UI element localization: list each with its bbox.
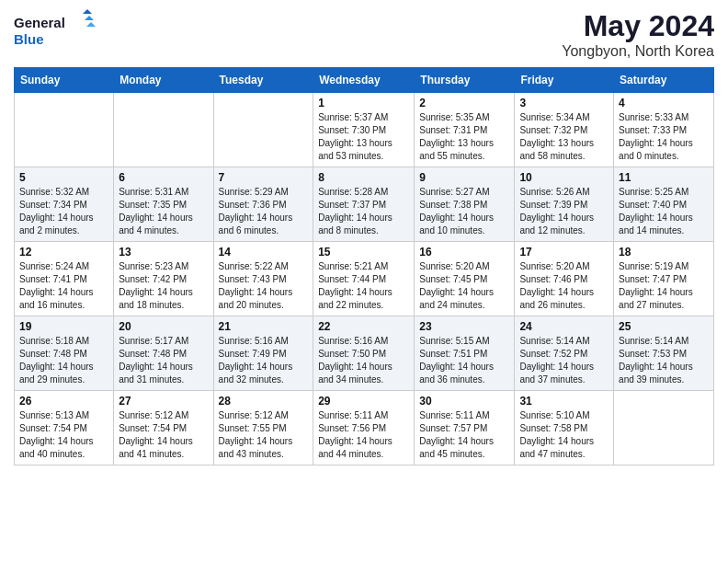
day-cell-4: 4Sunrise: 5:33 AM Sunset: 7:33 PM Daylig… xyxy=(614,93,714,167)
day-info: Sunrise: 5:32 AM Sunset: 7:34 PM Dayligh… xyxy=(19,186,108,237)
day-cell-28: 28Sunrise: 5:12 AM Sunset: 7:55 PM Dayli… xyxy=(213,391,313,465)
day-info: Sunrise: 5:28 AM Sunset: 7:37 PM Dayligh… xyxy=(318,186,409,237)
day-number: 8 xyxy=(318,171,409,184)
day-info: Sunrise: 5:20 AM Sunset: 7:45 PM Dayligh… xyxy=(419,260,509,312)
page-header: General Blue May 2024 Yongbyon, North Ko… xyxy=(14,9,714,60)
day-header-saturday: Saturday xyxy=(614,68,714,93)
day-info: Sunrise: 5:17 AM Sunset: 7:48 PM Dayligh… xyxy=(119,335,208,386)
day-info: Sunrise: 5:34 AM Sunset: 7:32 PM Dayligh… xyxy=(519,111,609,163)
day-info: Sunrise: 5:16 AM Sunset: 7:50 PM Dayligh… xyxy=(318,335,409,386)
day-cell-12: 12Sunrise: 5:24 AM Sunset: 7:41 PM Dayli… xyxy=(15,242,114,316)
day-header-monday: Monday xyxy=(114,68,213,93)
day-cell-14: 14Sunrise: 5:22 AM Sunset: 7:43 PM Dayli… xyxy=(213,242,313,316)
svg-marker-3 xyxy=(85,16,94,20)
day-cell-29: 29Sunrise: 5:11 AM Sunset: 7:56 PM Dayli… xyxy=(313,391,415,465)
day-info: Sunrise: 5:37 AM Sunset: 7:30 PM Dayligh… xyxy=(318,111,409,163)
day-cell-23: 23Sunrise: 5:15 AM Sunset: 7:51 PM Dayli… xyxy=(415,316,515,391)
week-row-3: 12Sunrise: 5:24 AM Sunset: 7:41 PM Dayli… xyxy=(15,242,714,316)
day-info: Sunrise: 5:14 AM Sunset: 7:52 PM Dayligh… xyxy=(519,335,609,386)
day-info: Sunrise: 5:12 AM Sunset: 7:54 PM Dayligh… xyxy=(119,409,208,461)
day-cell-11: 11Sunrise: 5:25 AM Sunset: 7:40 PM Dayli… xyxy=(614,167,714,242)
empty-cell xyxy=(15,93,114,167)
day-number: 28 xyxy=(219,395,309,408)
day-number: 6 xyxy=(119,171,208,184)
day-info: Sunrise: 5:13 AM Sunset: 7:54 PM Dayligh… xyxy=(19,409,108,461)
empty-cell xyxy=(614,391,714,465)
day-header-wednesday: Wednesday xyxy=(313,68,415,93)
day-number: 7 xyxy=(219,171,309,184)
logo-svg: General Blue xyxy=(14,9,97,53)
title-block: May 2024 Yongbyon, North Korea xyxy=(562,9,714,60)
logo: General Blue xyxy=(14,9,97,53)
empty-cell xyxy=(213,93,313,167)
day-number: 5 xyxy=(19,171,108,184)
day-number: 27 xyxy=(119,395,208,408)
day-cell-19: 19Sunrise: 5:18 AM Sunset: 7:48 PM Dayli… xyxy=(15,316,114,391)
day-info: Sunrise: 5:11 AM Sunset: 7:56 PM Dayligh… xyxy=(318,409,409,461)
day-number: 10 xyxy=(519,171,609,184)
svg-marker-4 xyxy=(86,22,96,27)
day-cell-16: 16Sunrise: 5:20 AM Sunset: 7:45 PM Dayli… xyxy=(415,242,515,316)
day-cell-30: 30Sunrise: 5:11 AM Sunset: 7:57 PM Dayli… xyxy=(415,391,515,465)
day-info: Sunrise: 5:35 AM Sunset: 7:31 PM Dayligh… xyxy=(419,111,509,163)
day-number: 22 xyxy=(318,320,409,333)
day-cell-1: 1Sunrise: 5:37 AM Sunset: 7:30 PM Daylig… xyxy=(313,93,415,167)
day-cell-8: 8Sunrise: 5:28 AM Sunset: 7:37 PM Daylig… xyxy=(313,167,415,242)
day-cell-10: 10Sunrise: 5:26 AM Sunset: 7:39 PM Dayli… xyxy=(515,167,614,242)
day-cell-21: 21Sunrise: 5:16 AM Sunset: 7:49 PM Dayli… xyxy=(213,316,313,391)
day-number: 4 xyxy=(619,97,709,109)
day-header-sunday: Sunday xyxy=(15,68,114,93)
day-number: 1 xyxy=(318,97,409,109)
day-cell-7: 7Sunrise: 5:29 AM Sunset: 7:36 PM Daylig… xyxy=(213,167,313,242)
day-info: Sunrise: 5:31 AM Sunset: 7:35 PM Dayligh… xyxy=(119,186,208,237)
day-cell-26: 26Sunrise: 5:13 AM Sunset: 7:54 PM Dayli… xyxy=(15,391,114,465)
day-number: 13 xyxy=(119,246,208,259)
day-info: Sunrise: 5:22 AM Sunset: 7:43 PM Dayligh… xyxy=(219,260,309,312)
day-info: Sunrise: 5:10 AM Sunset: 7:58 PM Dayligh… xyxy=(519,409,609,461)
day-number: 18 xyxy=(619,246,709,259)
week-row-2: 5Sunrise: 5:32 AM Sunset: 7:34 PM Daylig… xyxy=(15,167,714,242)
day-cell-20: 20Sunrise: 5:17 AM Sunset: 7:48 PM Dayli… xyxy=(114,316,213,391)
page-title: May 2024 xyxy=(562,9,714,43)
day-cell-9: 9Sunrise: 5:27 AM Sunset: 7:38 PM Daylig… xyxy=(415,167,515,242)
day-number: 21 xyxy=(219,320,309,333)
day-cell-24: 24Sunrise: 5:14 AM Sunset: 7:52 PM Dayli… xyxy=(515,316,614,391)
day-cell-3: 3Sunrise: 5:34 AM Sunset: 7:32 PM Daylig… xyxy=(515,93,614,167)
day-number: 25 xyxy=(619,320,709,333)
day-number: 31 xyxy=(519,395,609,408)
day-info: Sunrise: 5:19 AM Sunset: 7:47 PM Dayligh… xyxy=(619,260,709,312)
day-cell-27: 27Sunrise: 5:12 AM Sunset: 7:54 PM Dayli… xyxy=(114,391,213,465)
day-number: 20 xyxy=(119,320,208,333)
day-cell-22: 22Sunrise: 5:16 AM Sunset: 7:50 PM Dayli… xyxy=(313,316,415,391)
svg-text:Blue: Blue xyxy=(14,31,44,47)
day-info: Sunrise: 5:25 AM Sunset: 7:40 PM Dayligh… xyxy=(619,186,709,237)
day-number: 11 xyxy=(619,171,709,184)
day-cell-18: 18Sunrise: 5:19 AM Sunset: 7:47 PM Dayli… xyxy=(614,242,714,316)
day-info: Sunrise: 5:27 AM Sunset: 7:38 PM Dayligh… xyxy=(419,186,509,237)
day-info: Sunrise: 5:12 AM Sunset: 7:55 PM Dayligh… xyxy=(219,409,309,461)
day-info: Sunrise: 5:33 AM Sunset: 7:33 PM Dayligh… xyxy=(619,111,709,163)
week-row-4: 19Sunrise: 5:18 AM Sunset: 7:48 PM Dayli… xyxy=(15,316,714,391)
day-cell-2: 2Sunrise: 5:35 AM Sunset: 7:31 PM Daylig… xyxy=(415,93,515,167)
day-header-thursday: Thursday xyxy=(415,68,515,93)
day-info: Sunrise: 5:14 AM Sunset: 7:53 PM Dayligh… xyxy=(619,335,709,386)
day-info: Sunrise: 5:15 AM Sunset: 7:51 PM Dayligh… xyxy=(419,335,509,386)
day-number: 23 xyxy=(419,320,509,333)
header-row: SundayMondayTuesdayWednesdayThursdayFrid… xyxy=(15,68,714,93)
day-info: Sunrise: 5:11 AM Sunset: 7:57 PM Dayligh… xyxy=(419,409,509,461)
svg-marker-2 xyxy=(83,9,92,14)
day-number: 17 xyxy=(519,246,609,259)
day-info: Sunrise: 5:20 AM Sunset: 7:46 PM Dayligh… xyxy=(519,260,609,312)
day-info: Sunrise: 5:21 AM Sunset: 7:44 PM Dayligh… xyxy=(318,260,409,312)
day-number: 15 xyxy=(318,246,409,259)
day-number: 26 xyxy=(19,395,108,408)
day-header-tuesday: Tuesday xyxy=(213,68,313,93)
day-number: 14 xyxy=(219,246,309,259)
empty-cell xyxy=(114,93,213,167)
day-number: 19 xyxy=(19,320,108,333)
day-number: 16 xyxy=(419,246,509,259)
day-number: 3 xyxy=(519,97,609,109)
day-number: 2 xyxy=(419,97,509,109)
day-info: Sunrise: 5:16 AM Sunset: 7:49 PM Dayligh… xyxy=(219,335,309,386)
day-number: 30 xyxy=(419,395,509,408)
